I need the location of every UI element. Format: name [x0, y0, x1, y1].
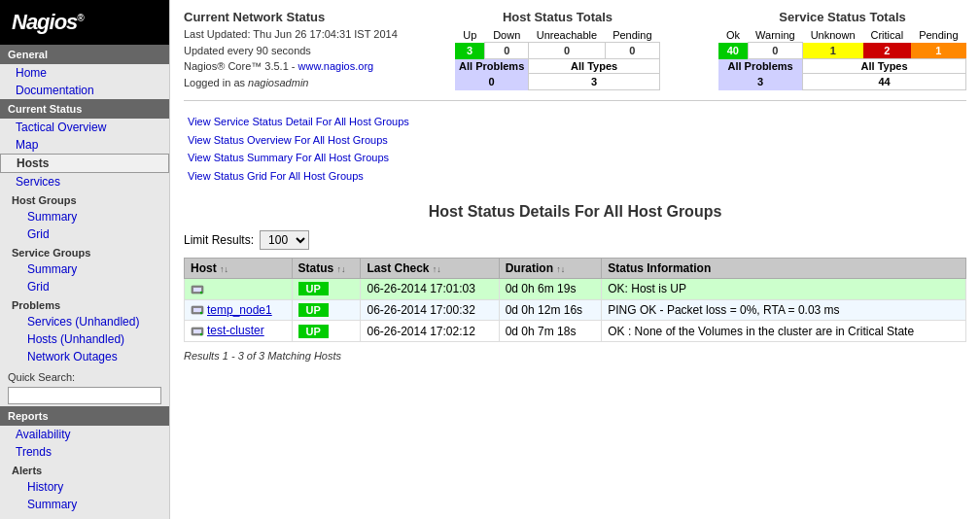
th-status: Status ↑↓: [292, 258, 361, 278]
sval-pending[interactable]: 1: [911, 43, 965, 59]
section-current-status: Current Status: [0, 99, 169, 119]
sidebar: Nagios® General Home Documentation Curre…: [0, 0, 170, 519]
cell-status: UP: [292, 299, 361, 321]
all-types-label-host[interactable]: All Types: [529, 59, 660, 74]
sidebar-alerts-label: Alerts: [0, 463, 169, 478]
all-problems-label-host[interactable]: All Problems: [455, 59, 529, 74]
logged-in: Logged in as nagiosadmin: [184, 75, 398, 91]
nagios-link[interactable]: www.nagios.org: [298, 60, 374, 72]
cell-duration: 0d 0h 7m 18s: [499, 321, 602, 342]
status-header: Current Network Status Last Updated: Thu…: [184, 10, 966, 90]
results-text: Results 1 - 3 of 3 Matching Hosts: [184, 350, 966, 362]
host-totals-table: Up Down Unreachable Pending 3 0 0 0 All …: [455, 28, 660, 90]
link-status-overview[interactable]: View Status Overview For All Host Groups: [188, 131, 409, 150]
table-row: test-clusterUP06-26-2014 17:02:120d 0h 7…: [185, 321, 966, 342]
scol-pending: Pending: [911, 28, 965, 43]
duration-sort-icon[interactable]: ↑↓: [556, 264, 565, 274]
sidebar-item-network-outages[interactable]: Network Outages: [0, 348, 169, 365]
svg-point-8: [200, 333, 202, 335]
sidebar-item-hg-summary[interactable]: Summary: [0, 208, 169, 225]
svg-rect-7: [193, 329, 201, 333]
host-icon: [191, 325, 204, 338]
sval-warning[interactable]: 0: [748, 43, 803, 59]
status-badge: UP: [298, 303, 329, 317]
quick-search-input[interactable]: [8, 387, 161, 404]
service-status-totals: Service Status Totals Ok Warning Unknown…: [718, 10, 966, 90]
th-status-info: Status Information: [602, 258, 966, 278]
col-unreachable: Unreachable: [529, 28, 605, 43]
sidebar-item-services[interactable]: Services: [0, 173, 169, 190]
sval-unknown[interactable]: 1: [803, 43, 863, 59]
link-status-grid[interactable]: View Status Grid For All Host Groups: [188, 167, 409, 186]
col-up: Up: [455, 28, 485, 43]
host-totals-title: Host Status Totals: [455, 10, 660, 24]
all-problems-val-host[interactable]: 0: [455, 74, 529, 90]
host-sort-icon[interactable]: ↑↓: [220, 264, 228, 274]
network-status-block: Current Network Status Last Updated: Thu…: [184, 10, 398, 90]
host-link[interactable]: test-cluster: [207, 324, 264, 337]
sidebar-item-services-unhandled[interactable]: Services (Unhandled): [0, 313, 169, 330]
limit-label: Limit Results:: [184, 233, 254, 247]
status-sort-icon[interactable]: ↑↓: [337, 264, 346, 274]
update-interval: Updated every 90 seconds: [184, 43, 398, 59]
table-row: UP06-26-2014 17:01:030d 0h 6m 19sOK: Hos…: [185, 278, 966, 299]
all-types-val-host[interactable]: 3: [529, 74, 660, 90]
content-area: View Service Status Detail For All Host …: [184, 107, 966, 195]
all-problems-label-svc[interactable]: All Problems: [718, 59, 803, 74]
lastcheck-sort-icon[interactable]: ↑↓: [433, 264, 441, 274]
all-types-label-svc[interactable]: All Types: [803, 59, 966, 74]
logo-area: Nagios®: [0, 0, 169, 45]
host-icon: [191, 283, 204, 296]
sval-ok[interactable]: 40: [718, 43, 748, 59]
val-down[interactable]: 0: [485, 43, 529, 59]
val-unreachable[interactable]: 0: [529, 43, 605, 59]
sidebar-item-hg-grid[interactable]: Grid: [0, 225, 169, 243]
version-info: Nagios® Core™ 3.5.1 - www.nagios.org: [184, 58, 398, 75]
th-duration: Duration ↑↓: [499, 258, 602, 278]
sval-critical[interactable]: 2: [863, 43, 912, 59]
link-service-status-detail[interactable]: View Service Status Detail For All Host …: [188, 113, 409, 131]
val-up[interactable]: 3: [455, 43, 485, 59]
cell-last-check: 06-26-2014 17:01:03: [361, 278, 499, 299]
logo-text: Nagios®: [12, 10, 84, 35]
sidebar-item-trends[interactable]: Trends: [0, 443, 169, 461]
host-status-totals: Host Status Totals Up Down Unreachable P…: [455, 10, 660, 90]
link-status-summary[interactable]: View Status Summary For All Host Groups: [188, 149, 409, 167]
all-problems-val-svc[interactable]: 3: [718, 74, 803, 90]
val-pending[interactable]: 0: [605, 43, 659, 59]
cell-last-check: 06-26-2014 17:02:12: [361, 321, 499, 342]
sidebar-item-home[interactable]: Home: [0, 64, 169, 82]
last-updated: Last Updated: Thu Jun 26 17:04:31 IST 20…: [184, 26, 398, 43]
limit-select[interactable]: 100: [260, 230, 309, 250]
svg-point-5: [200, 312, 202, 314]
col-pending: Pending: [605, 28, 659, 43]
view-links: View Service Status Detail For All Host …: [188, 113, 409, 186]
host-table: Host ↑↓ Status ↑↓ Last Check ↑↓ Duration…: [184, 258, 966, 342]
sidebar-item-sg-summary[interactable]: Summary: [0, 260, 169, 278]
host-link[interactable]: temp_node1: [207, 303, 272, 317]
sidebar-item-summary[interactable]: Summary: [0, 496, 169, 513]
network-status-title: Current Network Status: [184, 10, 398, 24]
sidebar-item-availability[interactable]: Availability: [0, 426, 169, 443]
sidebar-host-groups-label: Host Groups: [0, 192, 169, 208]
main-content: Current Network Status Last Updated: Thu…: [170, 0, 980, 519]
sidebar-item-tactical-overview[interactable]: Tactical Overview: [0, 119, 169, 136]
sidebar-item-hosts[interactable]: Hosts: [0, 154, 169, 173]
status-badge: UP: [298, 282, 329, 295]
sidebar-item-hosts-unhandled[interactable]: Hosts (Unhandled): [0, 330, 169, 348]
cell-status-info: OK: Host is UP: [602, 278, 966, 299]
cell-host: [185, 278, 293, 299]
sidebar-item-map[interactable]: Map: [0, 136, 169, 154]
th-host: Host ↑↓: [185, 258, 293, 278]
sidebar-item-documentation[interactable]: Documentation: [0, 82, 169, 99]
cell-status: UP: [292, 321, 361, 342]
scol-ok: Ok: [718, 28, 748, 43]
all-types-val-svc[interactable]: 44: [803, 74, 966, 90]
cell-host: test-cluster: [185, 321, 293, 342]
sidebar-problems-label: Problems: [0, 297, 169, 313]
service-totals-title: Service Status Totals: [718, 10, 966, 24]
sidebar-item-sg-grid[interactable]: Grid: [0, 278, 169, 295]
scol-unknown: Unknown: [803, 28, 863, 43]
cell-status-info: OK : None of the Volumes in the cluster …: [602, 321, 966, 342]
sidebar-item-history[interactable]: History: [0, 478, 169, 496]
